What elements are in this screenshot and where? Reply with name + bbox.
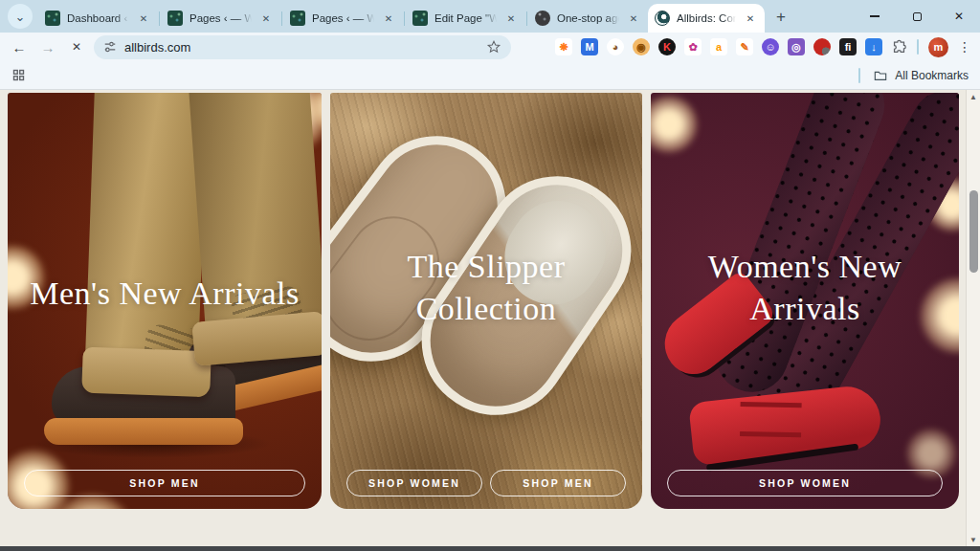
card-title-line: Arrivals: [651, 288, 959, 330]
bokeh-light: [651, 95, 699, 154]
card-title-line: The Slipper: [330, 246, 642, 288]
all-bookmarks-label: All Bookmarks: [895, 69, 969, 82]
wordpress-favicon: [412, 11, 428, 26]
red-lock-extension-icon[interactable]: [813, 38, 831, 55]
maximize-icon: [913, 12, 922, 21]
browser-toolbar: ← → ✕ allbirds.com ❋ M ◕ ◉ K ✿ a ✎ ☺ ◎ f…: [0, 33, 980, 61]
tab-title: Allbirds: Comfortal: [677, 12, 736, 24]
sprout-extension-icon[interactable]: ❋: [555, 38, 572, 55]
tab-close-icon[interactable]: ✕: [136, 11, 151, 26]
minimize-icon: [870, 15, 880, 17]
downloader-extension-icon[interactable]: ↓: [865, 38, 882, 55]
tab-title: Edit Page "Websit: [434, 12, 497, 24]
site-info-icon[interactable]: [103, 40, 117, 54]
webpage-viewport: Men's New Arrivals SHOP MEN The Slipper …: [0, 90, 980, 546]
page-scrollbar[interactable]: ▲ ▼: [966, 90, 980, 546]
card-title-line: Women's New: [651, 246, 959, 288]
bookmarks-divider: [858, 68, 860, 83]
tab-separator: [526, 11, 527, 26]
card-title: The Slipper Collection: [330, 246, 642, 330]
k-dark-extension-icon[interactable]: K: [658, 38, 676, 55]
wordpress-favicon: [45, 11, 60, 26]
tab-allbirds-active[interactable]: Allbirds: Comfortal ✕: [648, 4, 765, 33]
shop-men-button[interactable]: SHOP MEN: [24, 470, 305, 496]
forward-button[interactable]: →: [36, 35, 59, 58]
toolbar-divider: [917, 39, 919, 55]
tab-close-icon[interactable]: ✕: [381, 11, 396, 26]
address-bar[interactable]: allbirds.com: [94, 35, 511, 59]
minimize-button[interactable]: [854, 0, 896, 33]
khaki-trouser-leg: [85, 93, 208, 366]
shoe-straps: [740, 402, 802, 437]
image-search-extension-icon[interactable]: ◎: [788, 38, 805, 55]
fi-dark-extension-icon[interactable]: fi: [839, 38, 857, 55]
card-title: Men's New Arrivals: [8, 273, 322, 315]
scrollbar-thumb[interactable]: [969, 190, 978, 273]
card-buttons: SHOP WOMEN SHOP MEN: [330, 470, 642, 496]
all-bookmarks-button[interactable]: All Bookmarks: [858, 68, 969, 83]
stop-icon: ✕: [72, 40, 81, 54]
maximize-button[interactable]: [896, 0, 938, 33]
stop-loading-button[interactable]: ✕: [65, 35, 88, 58]
plus-icon: +: [776, 8, 786, 27]
tab-one-stop-agency[interactable]: One-stop agency ✕: [528, 4, 648, 33]
tab-close-icon[interactable]: ✕: [258, 11, 274, 26]
amazon-extension-icon[interactable]: a: [710, 38, 727, 55]
new-tab-button[interactable]: +: [768, 5, 793, 30]
shop-men-button[interactable]: SHOP MEN: [490, 470, 626, 496]
close-icon: ✕: [954, 10, 964, 23]
apps-grid-icon[interactable]: [11, 68, 26, 82]
card-title: Women's New Arrivals: [651, 246, 959, 330]
folder-icon: [873, 68, 888, 83]
tab-separator: [159, 11, 160, 26]
tab-close-icon[interactable]: ✕: [743, 11, 758, 26]
bookmarks-bar: All Bookmarks: [0, 61, 980, 90]
promo-card-womens-new-arrivals[interactable]: Women's New Arrivals SHOP WOMEN: [651, 93, 959, 509]
tab-close-icon[interactable]: ✕: [503, 11, 519, 26]
promo-card-mens-new-arrivals[interactable]: Men's New Arrivals SHOP MEN: [8, 93, 322, 509]
allbirds-favicon: [655, 11, 670, 26]
tab-title: Dashboard ‹ — Wo: [67, 12, 129, 24]
window-controls: ✕: [854, 0, 980, 33]
scroll-down-icon[interactable]: ▼: [969, 533, 977, 546]
tab-wordpress-dashboard[interactable]: Dashboard ‹ — Wo ✕: [38, 4, 158, 33]
promo-card-slipper-collection[interactable]: The Slipper Collection SHOP WOMEN SHOP M…: [330, 93, 642, 509]
tab-title: One-stop agency: [557, 12, 619, 24]
url-text[interactable]: allbirds.com: [124, 40, 479, 55]
tab-wordpress-pages-1[interactable]: Pages ‹ — WordPr ✕: [161, 4, 280, 33]
owl-extension-icon[interactable]: ◉: [633, 38, 650, 55]
tab-title: Pages ‹ — WordPr: [312, 12, 374, 24]
back-button[interactable]: ←: [8, 35, 31, 58]
pie-circle-extension-icon[interactable]: ◕: [607, 38, 624, 55]
robot-extension-icon[interactable]: ☺: [762, 38, 779, 55]
chevron-down-icon: ⌄: [15, 10, 26, 24]
extensions-puzzle-icon[interactable]: [891, 39, 907, 55]
window-bottom-edge: [0, 546, 980, 551]
profile-avatar[interactable]: m: [928, 37, 948, 57]
gum-sole: [44, 418, 243, 445]
scroll-up-icon[interactable]: ▲: [969, 90, 977, 103]
wordpress-favicon: [167, 11, 183, 26]
chrome-menu-icon[interactable]: ⋮: [957, 39, 972, 55]
red-ballet-flat: [688, 384, 883, 466]
shop-women-button[interactable]: SHOP WOMEN: [346, 470, 482, 496]
card-buttons: SHOP MEN: [8, 470, 322, 496]
forward-icon: →: [41, 39, 56, 55]
wordpress-favicon: [290, 11, 305, 26]
globe-favicon: [535, 11, 550, 26]
tab-close-icon[interactable]: ✕: [626, 11, 641, 26]
back-icon: ←: [12, 39, 27, 55]
shop-women-button[interactable]: SHOP WOMEN: [667, 470, 943, 496]
card-title-line: Men's New Arrivals: [8, 273, 322, 315]
tab-search-button[interactable]: ⌄: [8, 4, 33, 29]
tab-wordpress-edit-page[interactable]: Edit Page "Websit ✕: [406, 4, 525, 33]
tab-wordpress-pages-2[interactable]: Pages ‹ — WordPr ✕: [283, 4, 403, 33]
bookmark-star-icon[interactable]: [486, 39, 501, 55]
tab-separator: [404, 11, 405, 26]
card-title-line: Collection: [330, 288, 642, 330]
close-button[interactable]: ✕: [938, 0, 980, 33]
tab-title: Pages ‹ — WordPr: [189, 12, 252, 24]
eyedropper-extension-icon[interactable]: ✎: [736, 38, 753, 55]
m-blue-extension-icon[interactable]: M: [581, 38, 598, 55]
pinwheel-extension-icon[interactable]: ✿: [684, 38, 702, 55]
